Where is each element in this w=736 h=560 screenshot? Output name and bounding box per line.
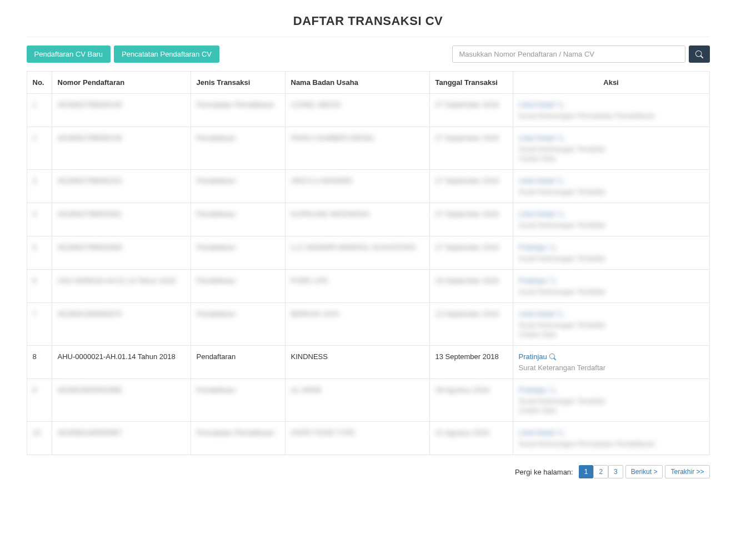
- cell-nama: AL HIKMI: [291, 386, 322, 394]
- cell-no: 3: [33, 176, 37, 185]
- cell-no: 10: [33, 428, 41, 437]
- cell-nomor: 4019052796502001: [58, 210, 122, 218]
- cell-tanggal: 21 Agustus 2018: [435, 428, 489, 437]
- action-secondary[interactable]: Surat Keterangan Terdaftar: [519, 364, 704, 372]
- preview-link[interactable]: Pratinjau: [519, 243, 556, 251]
- col-tanggal: Tanggal Transaksi: [429, 72, 513, 94]
- table-row: 74019041360004075PendaftaranBERKAH JAYA1…: [27, 303, 709, 346]
- preview-link[interactable]: Pratinjau: [519, 352, 556, 361]
- table-row: 44019052796502001PendaftaranKUPIKUNE IND…: [27, 203, 709, 236]
- cell-nama: PANCA SUMBER DIESEL: [291, 134, 375, 142]
- col-aksi: Aksi: [513, 72, 709, 94]
- table-row: 8AHU-0000021-AH.01.14 Tahun 2018Pendafta…: [27, 346, 709, 379]
- preview-link[interactable]: Pratinjau: [519, 276, 556, 285]
- cell-jenis: Pendaftaran: [197, 310, 236, 318]
- preview-link[interactable]: Pratinjau: [519, 386, 556, 394]
- cell-nama: KINDNESS: [291, 352, 328, 361]
- transactions-table: No. Nomor Pendaftaran Jenis Transaksi Na…: [27, 71, 710, 455]
- cell-no: 1: [33, 100, 37, 109]
- cell-nama: PURE LIFE: [291, 276, 328, 285]
- divider: [27, 37, 710, 37]
- page-button-1[interactable]: 1: [579, 465, 594, 478]
- action-secondary: Surat Keterangan Terdaftar: [519, 145, 704, 153]
- col-nomor: Nomor Pendaftaran: [52, 72, 191, 94]
- cell-no: 9: [33, 386, 37, 394]
- cell-nomor: 4019062190505967: [58, 428, 122, 437]
- button-group: Pendaftaran CV Baru Pencatatan Pendaftar…: [27, 46, 219, 63]
- search-icon: [695, 51, 703, 58]
- page-button-2[interactable]: 2: [593, 465, 608, 478]
- col-jenis: Jenis Transaksi: [191, 72, 285, 94]
- cell-tanggal: 13 September 2018: [435, 352, 499, 361]
- cell-no: 8: [33, 352, 37, 361]
- cell-no: 7: [33, 310, 37, 318]
- page-button-3[interactable]: 3: [608, 465, 623, 478]
- cell-tanggal: 27 September 2018: [435, 210, 499, 218]
- cell-jenis: Pendaftaran: [197, 176, 236, 185]
- page-next-button[interactable]: Berikut >: [625, 465, 663, 478]
- cell-tanggal: 27 September 2018: [435, 176, 499, 185]
- table-row: 94019024050502966PendaftaranAL HIKMI28 A…: [27, 379, 709, 422]
- action-secondary: Unduh Akta: [519, 330, 704, 339]
- cell-no: 2: [33, 134, 37, 142]
- cell-jenis: Pencatatan Pendaftaran: [197, 100, 274, 109]
- cell-nomor: 4019052796000138: [58, 134, 122, 142]
- preview-link[interactable]: Lihat Detail: [519, 210, 564, 218]
- col-no: No.: [27, 72, 52, 94]
- cell-jenis: Pendaftaran: [197, 243, 236, 251]
- cell-nomor: 4019052796000153: [58, 176, 122, 185]
- action-secondary: Surat Keterangan Pencatatan Pendaftaran: [519, 112, 704, 120]
- record-registration-button[interactable]: Pencatatan Pendaftaran CV: [114, 46, 219, 63]
- cell-jenis: Pencatatan Pendaftaran: [197, 428, 274, 437]
- cell-nama: LLC MANDIRI MINERAL NUSANTARA: [291, 243, 417, 251]
- cell-no: 5: [33, 243, 37, 251]
- page-title: DAFTAR TRANSAKSI CV: [27, 0, 710, 37]
- toolbar: Pendaftaran CV Baru Pencatatan Pendaftar…: [27, 46, 710, 63]
- action-secondary: Surat Keterangan Terdaftar: [519, 188, 704, 196]
- cell-tanggal: 28 Agustus 2018: [435, 386, 489, 394]
- cell-jenis: Pendaftaran: [197, 210, 236, 218]
- preview-link[interactable]: Lihat Detail: [519, 428, 564, 437]
- paginator-label: Pergi ke halaman:: [515, 468, 573, 476]
- cell-tanggal: 27 September 2018: [435, 134, 499, 142]
- action-secondary: Surat Keterangan Pencatatan Pendaftaran: [519, 440, 704, 448]
- cell-nama: LIONEL MESSI: [291, 100, 341, 109]
- search-group: [452, 46, 710, 63]
- cell-nama: ARGYLA MANDIRI: [291, 176, 353, 185]
- cell-nomor: AHU-0000021-AH.01.14 Tahun 2018: [58, 352, 176, 361]
- cell-nomor: AHU-0000018-AH.01.14 Tahun 2018: [58, 276, 176, 285]
- action-secondary: Surat Keterangan Terdaftar: [519, 287, 704, 296]
- action-secondary: Unduh Akta: [519, 406, 704, 415]
- action-secondary: Surat Keterangan Terdaftar: [519, 397, 704, 405]
- preview-link[interactable]: Lihat Detail: [519, 310, 564, 318]
- cell-jenis: Pendaftaran: [197, 352, 236, 361]
- action-secondary: Surat Keterangan Terdaftar: [519, 221, 704, 229]
- cell-nomor: 4019052796502058: [58, 243, 122, 251]
- action-secondary: Unduh Akta: [519, 154, 704, 163]
- cell-nama: HOPE FOOD TYPE: [291, 428, 355, 437]
- cell-jenis: Pendaftaran: [197, 276, 236, 285]
- preview-link[interactable]: Lihat Detail: [519, 100, 564, 109]
- cell-nomor: 4019052796000108: [58, 100, 122, 109]
- cell-nomor: 4019024050502966: [58, 386, 122, 394]
- cell-nomor: 4019041360004075: [58, 310, 122, 318]
- cell-tanggal: 27 September 2018: [435, 100, 499, 109]
- table-row: 104019062190505967Pencatatan Pendaftaran…: [27, 422, 709, 455]
- cell-no: 6: [33, 276, 37, 285]
- new-registration-button[interactable]: Pendaftaran CV Baru: [27, 46, 111, 63]
- cell-jenis: Pendaftaran: [197, 386, 236, 394]
- page-last-button[interactable]: Terakhir >>: [665, 465, 709, 478]
- col-nama: Nama Badan Usaha: [285, 72, 429, 94]
- action-secondary: Surat Keterangan Terdaftar: [519, 254, 704, 263]
- table-row: 24019052796000138PendaftaranPANCA SUMBER…: [27, 127, 709, 170]
- cell-nama: KUPIKUNE INDONESIA: [291, 210, 370, 218]
- cell-nama: BERKAH JAYA: [291, 310, 340, 318]
- paginator: Pergi ke halaman: 123 Berikut > Terakhir…: [27, 465, 710, 478]
- preview-link[interactable]: Lihat Detail: [519, 176, 564, 185]
- table-row: 34019052796000153PendaftaranARGYLA MANDI…: [27, 170, 709, 203]
- search-button[interactable]: [689, 46, 710, 63]
- preview-link[interactable]: Lihat Detail: [519, 134, 564, 142]
- search-input[interactable]: [452, 46, 685, 63]
- cell-tanggal: 13 September 2018: [435, 310, 499, 318]
- action-secondary: Surat Keterangan Terdaftar: [519, 321, 704, 329]
